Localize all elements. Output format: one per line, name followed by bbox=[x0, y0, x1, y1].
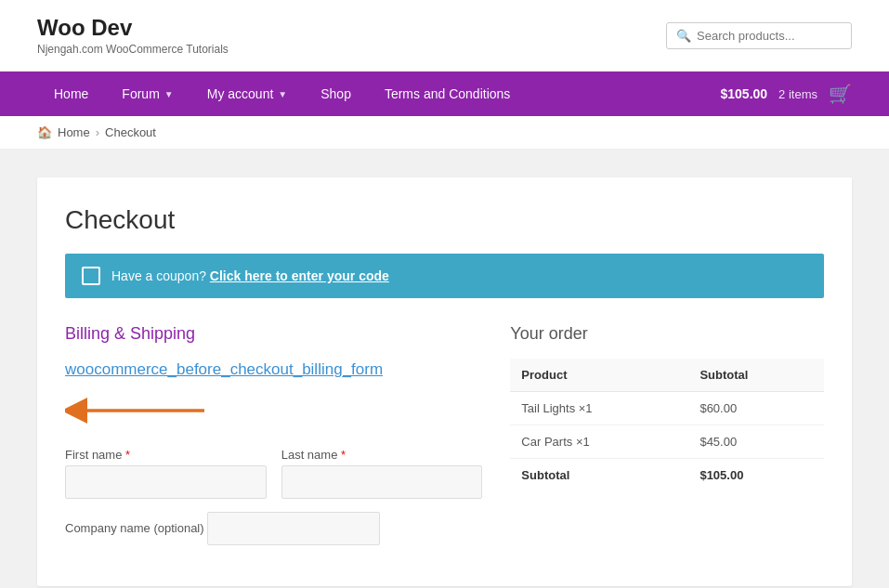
product-name-1: Tail Lights ×1 bbox=[510, 392, 688, 425]
order-section-title: Your order bbox=[510, 324, 824, 344]
name-form-row: First name * Last name * bbox=[65, 448, 482, 499]
nav-item-forum[interactable]: Forum ▼ bbox=[105, 72, 190, 116]
product-subtotal-2: $45.00 bbox=[688, 425, 824, 459]
last-name-label: Last name * bbox=[281, 448, 483, 462]
coupon-banner: Have a coupon? Click here to enter your … bbox=[65, 254, 824, 298]
billing-section-title: Billing & Shipping bbox=[65, 324, 482, 344]
breadcrumb: 🏠 Home › Checkout bbox=[37, 125, 852, 139]
order-column: Your order Product Subtotal Tail Lights … bbox=[510, 324, 824, 558]
company-input[interactable] bbox=[207, 512, 380, 545]
last-name-required: * bbox=[341, 448, 346, 462]
cart-area: $105.00 2 items 🛒 bbox=[720, 83, 852, 105]
coupon-icon bbox=[82, 267, 100, 285]
subtotal-column-header: Subtotal bbox=[688, 359, 824, 392]
order-table: Product Subtotal Tail Lights ×1 $60.00 bbox=[510, 359, 824, 491]
first-name-required: * bbox=[125, 448, 130, 462]
order-subtotal-row: Subtotal $105.00 bbox=[510, 459, 824, 492]
checkout-title: Checkout bbox=[65, 205, 824, 235]
hook-text-block: woocommerce_before_checkout_billing_form bbox=[65, 359, 482, 429]
first-name-input[interactable] bbox=[65, 465, 267, 499]
breadcrumb-separator: › bbox=[96, 125, 99, 139]
site-branding: Woo Dev Njengah.com WooCommerce Tutorial… bbox=[37, 15, 229, 56]
search-input[interactable] bbox=[697, 29, 842, 43]
site-title: Woo Dev bbox=[37, 15, 229, 41]
search-box[interactable]: 🔍 bbox=[666, 22, 852, 49]
checkout-card: Checkout Have a coupon? Click here to en… bbox=[37, 177, 852, 586]
arrow-indicator bbox=[65, 392, 482, 429]
product-column-header: Product bbox=[510, 359, 688, 392]
nav-item-home[interactable]: Home bbox=[37, 72, 105, 116]
billing-column: Billing & Shipping woocommerce_before_ch… bbox=[65, 324, 482, 558]
site-tagline: Njengah.com WooCommerce Tutorials bbox=[37, 43, 229, 56]
forum-chevron-icon: ▼ bbox=[164, 89, 174, 99]
breadcrumb-current: Checkout bbox=[105, 125, 156, 139]
company-label: Company name (optional) bbox=[65, 521, 204, 535]
order-table-body: Tail Lights ×1 $60.00 Car Parts ×1 $45.0… bbox=[510, 392, 824, 492]
nav-links: Home Forum ▼ My account ▼ Shop Terms and… bbox=[37, 72, 527, 116]
coupon-text: Have a coupon? Click here to enter your … bbox=[111, 268, 389, 283]
product-name-2: Car Parts ×1 bbox=[510, 425, 688, 459]
home-icon: 🏠 bbox=[37, 125, 52, 139]
nav-item-shop[interactable]: Shop bbox=[304, 72, 368, 116]
first-name-label: First name * bbox=[65, 448, 267, 462]
order-table-head: Product Subtotal bbox=[510, 359, 824, 392]
product-subtotal-1: $60.00 bbox=[688, 392, 824, 425]
breadcrumb-bar: 🏠 Home › Checkout bbox=[0, 116, 889, 150]
subtotal-label: Subtotal bbox=[510, 459, 688, 492]
cart-price: $105.00 bbox=[720, 86, 767, 101]
table-row: Tail Lights ×1 $60.00 bbox=[510, 392, 824, 425]
main-content: Checkout Have a coupon? Click here to en… bbox=[0, 150, 889, 588]
order-table-header-row: Product Subtotal bbox=[510, 359, 824, 392]
checkout-columns: Billing & Shipping woocommerce_before_ch… bbox=[65, 324, 824, 558]
last-name-input[interactable] bbox=[281, 465, 483, 499]
company-group: Company name (optional) bbox=[65, 512, 482, 545]
subtotal-value: $105.00 bbox=[688, 459, 824, 492]
first-name-group: First name * bbox=[65, 448, 267, 499]
nav-item-myaccount[interactable]: My account ▼ bbox=[190, 72, 305, 116]
search-icon: 🔍 bbox=[676, 29, 691, 43]
coupon-link[interactable]: Click here to enter your code bbox=[210, 268, 389, 283]
myaccount-chevron-icon: ▼ bbox=[278, 89, 287, 99]
last-name-group: Last name * bbox=[281, 448, 483, 499]
table-row: Car Parts ×1 $45.00 bbox=[510, 425, 824, 459]
cart-icon[interactable]: 🛒 bbox=[829, 83, 852, 105]
hook-text-link[interactable]: woocommerce_before_checkout_billing_form bbox=[65, 359, 482, 381]
arrow-svg bbox=[65, 392, 214, 429]
site-header: Woo Dev Njengah.com WooCommerce Tutorial… bbox=[0, 0, 889, 72]
cart-items-count: 2 items bbox=[778, 87, 817, 101]
nav-item-terms[interactable]: Terms and Conditions bbox=[368, 72, 527, 116]
breadcrumb-home-link[interactable]: Home bbox=[58, 125, 90, 139]
site-navigation: Home Forum ▼ My account ▼ Shop Terms and… bbox=[0, 72, 889, 116]
